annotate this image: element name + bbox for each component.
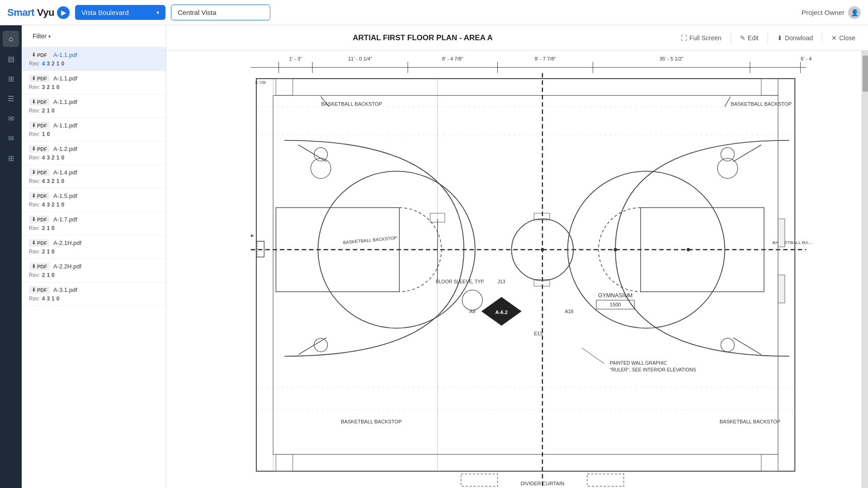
svg-text:1500: 1500 — [610, 302, 621, 307]
close-button[interactable]: ✕ Close — [826, 32, 861, 44]
svg-rect-60 — [761, 455, 778, 471]
svg-text:DIVIDER CURTAIN: DIVIDER CURTAIN — [520, 481, 564, 486]
file-row: ⬇ PDF A-1.1.pdf — [29, 51, 159, 59]
pdf-download-button[interactable]: ⬇ PDF — [29, 263, 50, 270]
file-panel-header: Filter ▾ — [22, 25, 166, 47]
svg-text:11' - 0 1/4": 11' - 0 1/4" — [348, 56, 372, 61]
svg-text:6' - 4: 6' - 4 — [801, 56, 811, 61]
rev-row: Rev: 2 1 0 — [29, 272, 159, 278]
file-item-9: ⬇ PDF A-2.2H.pdf Rev: 2 1 0 — [22, 259, 166, 282]
file-row: ⬇ PDF A-2.2H.pdf — [29, 263, 159, 270]
blueprint-viewer[interactable]: 1' - 3" 11' - 0 1/4" 8' - 4 7/8" 9' - 7 … — [166, 51, 868, 488]
rev-num-1[interactable]: 1 — [57, 61, 60, 67]
file-item-8: ⬇ PDF A-2.1H.pdf Rev: 2 1 0 — [22, 235, 166, 259]
file-row: ⬇ PDF A-1.2.pdf — [29, 145, 159, 153]
sidebar-item-mail[interactable]: ✉ — [3, 110, 19, 127]
pdf-download-button[interactable]: ⬇ PDF — [29, 216, 50, 223]
filter-chevron-icon: ▾ — [48, 34, 51, 39]
svg-text:E13: E13 — [534, 331, 542, 336]
svg-text:PAINTED WALL GRAPHIC: PAINTED WALL GRAPHIC — [610, 360, 667, 366]
download-icon: ⬇ — [32, 122, 36, 128]
download-icon: ⬇ — [32, 287, 36, 293]
pdf-download-button[interactable]: ⬇ PDF — [29, 145, 50, 153]
chevron-down-icon: ▾ — [156, 9, 159, 16]
svg-point-48 — [613, 248, 617, 251]
rev-row: Rev: 2 1 0 — [29, 225, 159, 231]
sidebar-item-grid[interactable]: ⊞ — [3, 70, 19, 87]
sidebar-item-document[interactable]: ☰ — [3, 90, 19, 107]
pdf-download-button[interactable]: ⬇ PDF — [29, 192, 50, 200]
pdf-download-button[interactable]: ⬇ PDF — [29, 98, 50, 106]
rev-num-2[interactable]: 2 — [47, 84, 50, 90]
svg-text:6 7/8': 6 7/8' — [255, 80, 266, 85]
sidebar-item-message[interactable]: ✉ — [3, 130, 19, 146]
svg-text:A18: A18 — [565, 309, 573, 314]
rev-num-3[interactable]: 3 — [47, 61, 50, 67]
svg-line-65 — [298, 145, 326, 161]
file-name-label: A-1.1.pdf — [53, 75, 77, 82]
svg-text:BASKETBALL BACKSTOP: BASKETBALL BACKSTOP — [343, 235, 397, 245]
svg-text:BASKETBALL BACKSTOP: BASKETBALL BACKSTOP — [720, 419, 781, 424]
edit-button[interactable]: ✎ Edit — [735, 32, 764, 44]
vertical-scrollbar[interactable] — [862, 51, 868, 488]
project-select-button[interactable]: Vista Boulevard ▾ — [75, 5, 165, 20]
svg-text:35' - 5 1/2": 35' - 5 1/2" — [660, 56, 684, 61]
svg-rect-74 — [778, 219, 785, 247]
svg-text:A-6.2: A-6.2 — [495, 310, 508, 315]
rev-num-4[interactable]: 4 — [42, 61, 45, 67]
pdf-download-button[interactable]: ⬇ PDF — [29, 51, 50, 59]
svg-point-64 — [721, 338, 734, 352]
svg-text:8' - 4 7/8": 8' - 4 7/8" — [442, 56, 463, 61]
file-item-5: ⬇ PDF A-1.4.pdf Rev: 4 3 2 1 0 — [22, 165, 166, 188]
svg-text:GYMNASIUM: GYMNASIUM — [598, 292, 633, 299]
app-header: SmartVyu ▶ Vista Boulevard ▾ Project Own… — [0, 0, 868, 25]
svg-rect-59 — [276, 455, 292, 471]
svg-line-66 — [298, 338, 326, 354]
file-row: ⬇ PDF A-1.7.pdf — [29, 216, 159, 223]
header-right: Project Owner 👤 — [802, 6, 861, 19]
sidebar-item-layers[interactable]: ▤ — [3, 51, 19, 67]
pdf-download-button[interactable]: ⬇ PDF — [29, 286, 50, 294]
svg-point-49 — [687, 248, 690, 251]
fullscreen-button[interactable]: ⛶ Full Screen — [675, 32, 727, 44]
sidebar-item-apps[interactable]: ⊞ — [3, 150, 19, 166]
rev-num-1[interactable]: 1 — [52, 84, 55, 90]
file-row: ⬇ PDF A-1.1.pdf — [29, 98, 159, 106]
pdf-download-button[interactable]: ⬇ PDF — [29, 75, 50, 82]
rev-row: Rev: 2 1 0 — [29, 249, 159, 255]
rev-num-3[interactable]: 3 — [42, 84, 45, 90]
svg-text:J13: J13 — [498, 279, 505, 284]
file-row: ⬇ PDF A-1.1.pdf — [29, 122, 159, 129]
file-name-label: A-1.4.pdf — [53, 169, 77, 176]
file-name-label: A-1.5.pdf — [53, 192, 77, 199]
svg-text:A9: A9 — [470, 309, 476, 314]
file-name-label: A-1.1.pdf — [53, 122, 77, 129]
rev-row: Rev: 3 2 1 0 — [29, 84, 159, 90]
download-button[interactable]: ⬇ Donwload — [772, 32, 818, 44]
rev-num-0[interactable]: 0 — [61, 61, 64, 67]
svg-rect-57 — [276, 79, 292, 95]
project-select-label: Vista Boulevard — [81, 9, 129, 16]
download-icon: ⬇ — [777, 34, 783, 42]
file-row: ⬇ PDF A-1.5.pdf — [29, 192, 159, 200]
rev-num-0[interactable]: 0 — [57, 84, 60, 90]
svg-point-47 — [541, 248, 544, 251]
scrollbar-thumb[interactable] — [863, 56, 868, 92]
svg-text:9' - 7 7/8": 9' - 7 7/8" — [535, 56, 556, 61]
pdf-download-button[interactable]: ⬇ PDF — [29, 122, 50, 129]
logo-icon: ▶ — [57, 6, 70, 19]
rev-num-2[interactable]: 2 — [52, 61, 55, 67]
svg-text:BASKETBALL BACKSTOP: BASKETBALL BACKSTOP — [731, 101, 792, 107]
sidebar-item-home[interactable]: ⌂ — [3, 31, 19, 47]
filter-label: Filter — [33, 33, 47, 40]
svg-rect-77 — [587, 474, 624, 486]
rev-row: Rev: 2 1 0 — [29, 108, 159, 114]
toolbar-actions: ⛶ Full Screen ✎ Edit ⬇ Donwload ✕ Close — [675, 32, 861, 44]
pdf-download-button[interactable]: ⬇ PDF — [29, 169, 50, 176]
file-name-label: A-2.2H.pdf — [53, 263, 81, 270]
content-area: ARTIAL FIRST FLOOR PLAN - AREA A ⛶ Full … — [166, 25, 868, 488]
file-row: ⬇ PDF A-3.1.pdf — [29, 286, 159, 294]
pdf-download-button[interactable]: ⬇ PDF — [29, 239, 50, 247]
subproject-input[interactable] — [171, 5, 270, 20]
filter-button[interactable]: Filter ▾ — [29, 31, 54, 42]
